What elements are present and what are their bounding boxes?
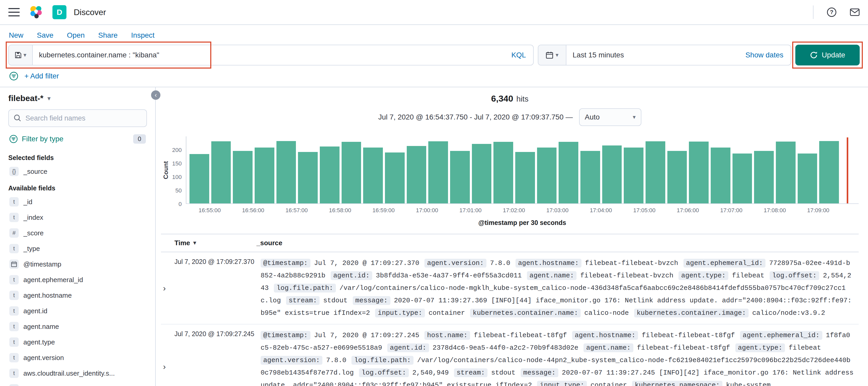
collapse-sidebar-button[interactable]: ‹ [151,90,160,100]
share-button[interactable]: Share [98,31,118,39]
sidebar-field-item[interactable]: tagent.id [8,303,147,319]
update-button[interactable]: Update [795,45,860,65]
source-field-value: container [429,309,465,317]
histogram-bar[interactable] [276,141,296,203]
new-button[interactable]: New [9,31,23,39]
expand-column-header [161,239,175,247]
histogram-bar[interactable] [255,148,274,203]
histogram-bar[interactable] [407,146,427,203]
time-column-header[interactable]: Time ▼ [175,239,256,247]
interval-select[interactable]: Auto ▾ [579,108,641,126]
help-icon[interactable]: ? [827,7,836,17]
histogram-bar[interactable] [472,144,492,203]
histogram-bar[interactable] [646,141,665,203]
histogram-bar[interactable] [580,151,600,203]
field-type-icon: {} [9,167,19,176]
field-name: _source [23,168,48,176]
add-filter-button[interactable]: + Add filter [24,72,59,80]
filter-in-circle-icon[interactable] [9,72,18,81]
sidebar-field-item[interactable]: tagent.version [8,350,147,365]
y-axis-tick-label: 0 [179,201,182,208]
saved-query-menu-button[interactable]: ▾ [9,45,33,65]
question-mark-icon: ? [827,7,836,17]
discover-top-menu: New Save Open Share Inspect [0,25,868,41]
expand-row-button[interactable]: › [161,329,175,386]
filter-by-type-row: Filter by type 0 [8,127,147,149]
sidebar-field-item[interactable]: t_index [8,210,147,225]
expand-row-button[interactable]: › [161,257,175,319]
histogram-bar[interactable] [298,152,318,203]
open-button[interactable]: Open [67,31,85,39]
field-name: azure.auditlogs.properties.ac... [23,385,116,386]
histogram-bar[interactable] [189,154,209,203]
source-field-value: filebeat-filebeat-bvzch [585,259,678,267]
field-type-icon: t [9,213,19,222]
x-axis-tick-label: 17:03:00 [536,207,579,214]
sidebar-field-item[interactable]: t_id [8,194,147,210]
sidebar-field-item[interactable]: tagent.hostname [8,288,147,303]
search-icon [13,114,21,124]
sidebar-field-item[interactable]: t_type [8,241,147,257]
histogram-bar[interactable] [233,151,253,203]
source-field-name: stream: [454,368,488,377]
histogram-bar[interactable] [428,141,448,203]
filter-in-circle-icon [9,135,18,143]
query-input[interactable] [33,45,504,65]
histogram-bar[interactable] [342,142,361,203]
histogram-bar[interactable] [668,151,687,203]
menu-icon[interactable] [8,8,20,17]
histogram-bar[interactable] [320,147,340,203]
sidebar-field-item[interactable]: taws.cloudtrail.user_identity.s... [8,365,147,381]
histogram-bar[interactable] [385,152,405,203]
histogram-bar[interactable] [559,142,578,203]
source-field-value: container [591,381,627,386]
page-title: Discover [74,7,106,17]
date-picker-calendar-button[interactable]: ▾ [538,45,566,65]
index-pattern-switcher[interactable]: filebeat-* ▾ [8,92,147,109]
source-field-value: calico/node:v3.9.2 [752,309,825,317]
kql-button[interactable]: KQL [504,45,533,65]
discover-app-icon: D [53,5,66,19]
histogram-bar[interactable] [363,148,383,203]
source-field-name: agent.version: [260,356,322,365]
histogram-bar[interactable] [754,151,774,203]
histogram-bar[interactable] [211,141,231,203]
filter-by-type-button[interactable]: Filter by type [9,135,63,143]
histogram-bar[interactable] [776,142,796,203]
histogram-bar[interactable] [450,151,470,203]
newsfeed-mail-icon[interactable] [850,8,860,16]
elastic-logo[interactable] [29,5,43,19]
search-field-names-input[interactable] [8,109,147,127]
histogram-bar[interactable] [602,145,622,203]
histogram-bar[interactable] [733,153,752,203]
histogram-bar[interactable] [798,153,817,203]
table-row: ›Jul 7, 2020 @ 17:09:27.370@timestamp:Ju… [161,252,859,324]
sidebar-field-item[interactable]: tagent.ephemeral_id [8,272,147,288]
histogram-bar[interactable] [537,148,557,203]
source-field-value: filebeat [732,272,765,279]
source-field-value: 7.8.0 [490,259,510,267]
histogram-plot[interactable] [186,137,859,204]
histogram-bar[interactable] [689,142,709,203]
sidebar-field-item[interactable]: tagent.type [8,334,147,350]
save-button[interactable]: Save [37,31,54,39]
x-axis-tick-label: 17:00:00 [405,207,448,214]
histogram-bar[interactable] [624,148,644,203]
source-field-value: 3b8fdd3a-e53e-4a37-9ff4-e0f55a3cd011 [376,272,522,279]
inspect-button[interactable]: Inspect [131,31,154,39]
histogram-bar[interactable] [515,152,535,203]
sidebar-field-item[interactable]: tagent.name [8,319,147,334]
field-name: agent.ephemeral_id [23,276,83,284]
field-type-icon: t [9,353,19,362]
source-field-name: agent.name: [527,271,577,280]
sidebar-field-item[interactable]: {}_source [8,164,147,179]
histogram-bar[interactable] [493,142,513,203]
histogram-bar[interactable] [819,141,839,203]
sidebar-field-item[interactable]: tazure.auditlogs.properties.ac... [8,381,147,386]
sidebar-field-item[interactable]: @timestamp [8,257,147,272]
x-axis-tick-label: 16:56:00 [231,207,275,214]
show-dates-button[interactable]: Show dates [738,51,790,59]
sidebar-field-item[interactable]: #_score [8,225,147,241]
time-range-label[interactable]: Last 15 minutes [566,51,630,59]
histogram-bar[interactable] [711,148,731,203]
